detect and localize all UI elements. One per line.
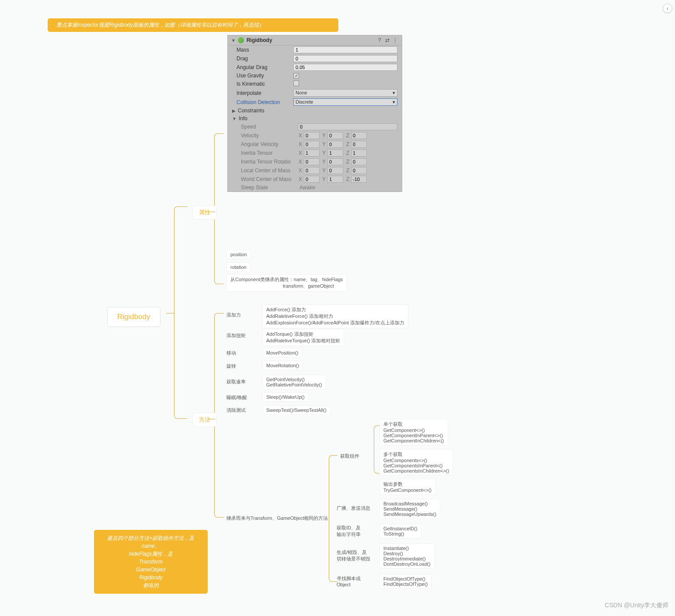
inspector-header[interactable]: ▼ Rigidbody ? ⇄ ⋮ bbox=[228, 35, 402, 45]
vel-label: Velocity bbox=[241, 132, 298, 139]
leaf-getcomp-out[interactable]: 输出参数 TryGetComponent<>() bbox=[379, 479, 435, 495]
wcenter-label: World Center of Mass bbox=[241, 176, 298, 182]
top-banner: 重点掌握Inspector视图Rigidbody面板的属性，如图（详细属性等以后… bbox=[48, 18, 338, 32]
leaf-getcomp-multi[interactable]: 多个获取 GetComponents<>() GetComponentsInPa… bbox=[379, 449, 453, 476]
label-move[interactable]: 移动 bbox=[226, 350, 236, 356]
help-icon[interactable]: ? bbox=[376, 37, 383, 43]
collision-value: Discrete bbox=[296, 99, 313, 105]
leaf-getid[interactable]: GetInstanceID() ToString() bbox=[379, 524, 421, 539]
collapse-toggle[interactable]: ‹ bbox=[663, 3, 672, 13]
mass-input[interactable] bbox=[293, 46, 397, 53]
component-icon bbox=[238, 37, 244, 43]
root-node[interactable]: Rigidbody bbox=[107, 307, 160, 327]
interp-value: None bbox=[296, 90, 307, 96]
leaf-position[interactable]: position bbox=[226, 250, 251, 259]
label-getid[interactable]: 获取ID、及 输出字符串 bbox=[337, 525, 361, 538]
leaf-addtorque[interactable]: AddTorque() 添加扭矩 AddRaletiveTorque() 添加相… bbox=[262, 329, 344, 346]
sleepstate-label: Sleep State bbox=[241, 184, 298, 191]
branch-methods[interactable]: 方法 bbox=[192, 413, 217, 427]
angdrag-label: Angular Drag bbox=[237, 64, 293, 70]
leaf-move[interactable]: MovePosition() bbox=[262, 348, 302, 358]
label-rotate[interactable]: 旋转 bbox=[226, 363, 236, 369]
chevron-down-icon: ▾ bbox=[393, 99, 395, 105]
drag-label: Drag bbox=[237, 56, 293, 62]
collision-label: Collision Detection bbox=[237, 99, 293, 105]
fold-icon[interactable]: ▶ bbox=[232, 108, 236, 113]
kinematic-checkbox[interactable] bbox=[293, 80, 299, 86]
drag-input[interactable] bbox=[293, 55, 397, 62]
leaf-getcomp-single[interactable]: 单个获取 GetComponent<>() GetComponentInPare… bbox=[379, 419, 448, 445]
label-sweep[interactable]: 清除测试 bbox=[226, 407, 246, 414]
sleepstate-value: Awake bbox=[298, 184, 397, 191]
collision-select[interactable]: Discrete▾ bbox=[293, 98, 397, 106]
speed-label: Speed bbox=[241, 124, 298, 130]
watermark: CSDN @Unity李大傻师 bbox=[605, 602, 668, 609]
inspector-panel: ▼ Rigidbody ? ⇄ ⋮ Mass Drag Angular Drag… bbox=[227, 35, 402, 192]
speed-value bbox=[298, 123, 397, 130]
leaf-rotate[interactable]: MoveRotation() bbox=[262, 361, 303, 370]
interp-label: Interpolate bbox=[237, 90, 293, 96]
chevron-down-icon: ▾ bbox=[393, 90, 395, 96]
leaf-addforce[interactable]: AddForce() 添加力 AddRaletiveForce() 添加相对力 … bbox=[262, 304, 408, 328]
label-sleep[interactable]: 睡眠/唤醒 bbox=[226, 394, 247, 401]
leaf-sleep[interactable]: Sleep()/WakeUp() bbox=[262, 392, 309, 402]
lcenter-label: Local Center of Mass bbox=[241, 167, 298, 174]
inertiarot-label: Inertia Tensor Rotatio bbox=[241, 159, 298, 165]
leaf-getvel[interactable]: GetPointVelocity() GetRaletivePointVeloc… bbox=[262, 375, 326, 390]
leaf-instantiate[interactable]: Instantiate() Destroy() DestroyImmediate… bbox=[379, 543, 435, 569]
bottom-note: 最后四个部分方法+获取组件方法，及name、 hideFlags属性，是 Tra… bbox=[94, 530, 208, 594]
fold-icon[interactable]: ▼ bbox=[232, 116, 237, 121]
leaf-sweep[interactable]: SweepTest()/SweepTestAll() bbox=[262, 405, 331, 415]
connector bbox=[329, 455, 338, 582]
connector bbox=[209, 419, 215, 419]
preset-icon[interactable]: ⇄ bbox=[384, 37, 390, 43]
fold-icon[interactable]: ▼ bbox=[231, 38, 236, 43]
gravity-checkbox[interactable]: ✓ bbox=[293, 73, 299, 79]
inertia-label: Inertia Tensor bbox=[241, 150, 298, 156]
angvel-label: Angular Velocity bbox=[241, 141, 298, 147]
label-find[interactable]: 寻找脚本或 Object bbox=[337, 575, 361, 587]
mass-label: Mass bbox=[237, 47, 293, 53]
label-getcomp[interactable]: 获取组件 bbox=[340, 453, 359, 459]
label-broadcast[interactable]: 广播、发送消息 bbox=[337, 505, 370, 512]
angdrag-input[interactable] bbox=[293, 64, 397, 71]
connector bbox=[174, 206, 187, 419]
label-addtorque[interactable]: 添加扭矩 bbox=[226, 332, 246, 339]
label-addforce[interactable]: 添加力 bbox=[226, 312, 241, 318]
interp-select[interactable]: None▾ bbox=[293, 89, 397, 97]
constraints-label[interactable]: Constraints bbox=[238, 108, 264, 114]
connector bbox=[209, 212, 215, 212]
component-title: Rigidbody bbox=[247, 37, 375, 43]
leaf-find[interactable]: FindObjectOfType() FindObjectsOfType() bbox=[379, 574, 431, 589]
kinematic-label: Is Kinematic bbox=[237, 81, 293, 87]
label-instantiate[interactable]: 生成/销毁、及 切转场景不销毁 bbox=[337, 549, 370, 562]
connector bbox=[166, 313, 174, 313]
label-getvel[interactable]: 获取速率 bbox=[226, 379, 246, 385]
gravity-label: Use Gravity bbox=[237, 73, 293, 79]
leaf-broadcast[interactable]: BroadcastMessage() SendMessage() SendMes… bbox=[379, 499, 440, 519]
info-label[interactable]: Info bbox=[239, 115, 247, 122]
menu-icon[interactable]: ⋮ bbox=[392, 37, 398, 43]
branch-props[interactable]: 属性 bbox=[192, 205, 217, 219]
leaf-inherit-props[interactable]: 从Component类继承的属性：name、tag、hideFlagstrans… bbox=[226, 274, 347, 292]
leaf-rotation[interactable]: rotation bbox=[226, 262, 251, 272]
label-inherit-methods[interactable]: 继承而来与Transform、GameObject相同的方法 bbox=[226, 515, 328, 522]
